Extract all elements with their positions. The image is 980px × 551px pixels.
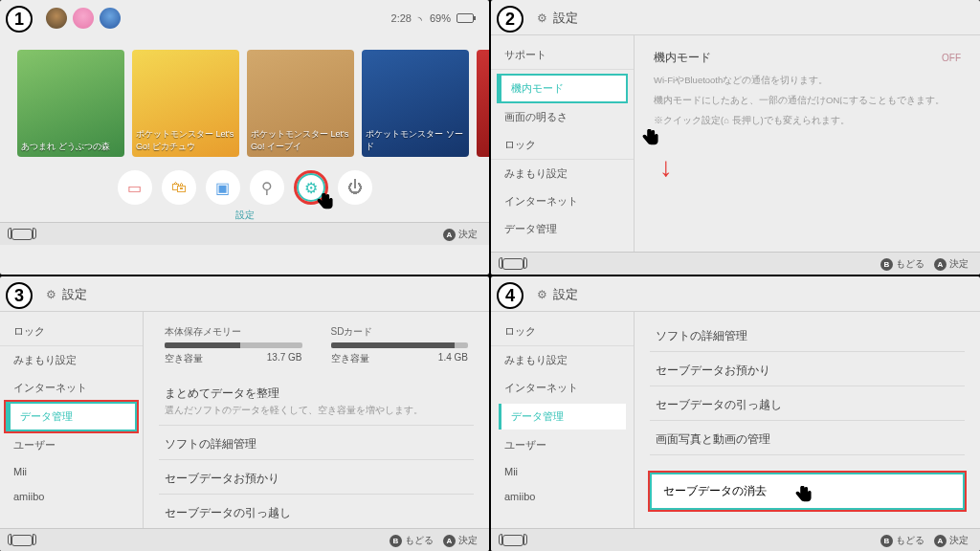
hand-cursor-icon xyxy=(793,484,814,505)
sidebar-item-parental[interactable]: みまもり設定 xyxy=(0,346,143,374)
settings-sidebar: ロック みまもり設定 インターネット データ管理 ユーザー Mii amiibo xyxy=(491,312,635,528)
panel-3-data-mgmt: 3 ⚙ 設定 ロック みまもり設定 インターネット データ管理 ユーザー Mii… xyxy=(0,276,489,551)
sidebar-item-user[interactable]: ユーザー xyxy=(0,431,143,459)
game-tile[interactable]: あつまれ どうぶつの森 xyxy=(17,50,124,157)
wifi-icon: ⌢ xyxy=(414,11,427,24)
sidebar-item-lock[interactable]: ロック xyxy=(491,131,634,160)
sd-storage: SDカード 空き容量1.4 GB xyxy=(331,325,469,365)
user-avatar-1[interactable] xyxy=(46,8,67,29)
page-title: 設定 xyxy=(62,286,87,303)
settings-sidebar: ロック みまもり設定 インターネット データ管理 ユーザー Mii amiibo xyxy=(0,312,144,528)
page-title: 設定 xyxy=(553,286,578,303)
airplane-desc: 機内モードにしたあと、一部の通信だけONにすることもできます。 xyxy=(650,93,965,109)
arrow-down-icon: ↓ xyxy=(659,152,673,183)
organize-data-row[interactable]: まとめてデータを整理 選んだソフトのデータを軽くして、空き容量を増やします。 xyxy=(159,379,474,426)
panel-4-delete-save: 4 ⚙ 設定 ロック みまもり設定 インターネット データ管理 ユーザー Mii… xyxy=(491,276,980,551)
controller-icon xyxy=(11,535,33,546)
gear-icon: ⚙ xyxy=(537,11,547,25)
step-badge: 1 xyxy=(6,6,33,33)
sidebar-item-mii[interactable]: Mii xyxy=(0,459,143,484)
save-keep-row[interactable]: セーブデータお預かり xyxy=(650,356,965,386)
a-button-hint: A決定 xyxy=(443,534,478,547)
save-keep-row[interactable]: セーブデータお預かり xyxy=(159,464,474,495)
sidebar-item-airplane[interactable]: 機内モード xyxy=(499,76,626,101)
sidebar-item-data[interactable]: データ管理 xyxy=(8,404,135,430)
album-button[interactable]: ▣ xyxy=(206,170,240,205)
eshop-button[interactable]: 🛍 xyxy=(162,170,196,205)
settings-sidebar: サポート 機内モード 画面の明るさ ロック みまもり設定 インターネット データ… xyxy=(491,35,635,252)
sidebar-item-data[interactable]: データ管理 xyxy=(499,404,626,430)
controller-icon xyxy=(502,258,523,270)
game-tile[interactable]: ポケットモンスター ソード xyxy=(362,50,469,157)
hand-cursor-icon xyxy=(640,127,661,148)
battery-icon xyxy=(457,13,474,23)
panel-2-settings: 2 ⚙ 設定 サポート 機内モード 画面の明るさ ロック みまもり設定 インター… xyxy=(491,0,980,275)
game-tile[interactable]: ポケットモンスター Let's Go! イーブイ xyxy=(247,50,354,157)
sidebar-item-lock[interactable]: ロック xyxy=(0,318,143,346)
gear-icon: ⚙ xyxy=(537,288,547,301)
software-mgmt-row[interactable]: ソフトの詳細管理 xyxy=(159,430,474,460)
step-badge: 2 xyxy=(497,6,523,33)
news-button[interactable]: ▭ xyxy=(118,170,152,205)
airplane-toggle[interactable]: OFF xyxy=(942,53,961,63)
media-mgmt-row[interactable]: 画面写真と動画の管理 xyxy=(650,425,965,455)
a-button-hint: A決定 xyxy=(443,228,478,241)
save-move-row[interactable]: セーブデータの引っ越し xyxy=(650,390,965,421)
sidebar-item-data[interactable]: データ管理 xyxy=(491,215,634,243)
controllers-button[interactable]: ⚲ xyxy=(250,170,284,205)
sidebar-item-brightness[interactable]: 画面の明るさ xyxy=(491,103,634,131)
power-button[interactable]: ⏻ xyxy=(338,170,372,205)
step-badge: 4 xyxy=(497,282,523,309)
page-title: 設定 xyxy=(553,10,578,27)
save-move-row[interactable]: セーブデータの引っ越し xyxy=(159,498,474,528)
internal-storage: 本体保存メモリー 空き容量13.7 GB xyxy=(165,325,302,365)
software-mgmt-row[interactable]: ソフトの詳細管理 xyxy=(650,321,965,352)
controller-icon xyxy=(502,535,523,546)
sidebar-item-parental[interactable]: みまもり設定 xyxy=(491,346,634,374)
controller-icon xyxy=(11,229,33,240)
step-badge: 3 xyxy=(6,282,33,309)
user-avatar-2[interactable] xyxy=(73,8,94,29)
sidebar-item-lock[interactable]: ロック xyxy=(491,318,634,346)
sidebar-item-mii[interactable]: Mii xyxy=(491,459,634,484)
sidebar-item-amiibo[interactable]: amiibo xyxy=(491,484,634,509)
b-button-hint: Bもどる xyxy=(390,534,434,547)
sidebar-item-internet[interactable]: インターネット xyxy=(0,374,143,402)
b-button-hint: Bもどる xyxy=(880,257,924,271)
game-tile[interactable]: ポケットモンスター Let's Go! ピカチュウ xyxy=(132,50,239,157)
settings-button[interactable]: ⚙ xyxy=(294,170,328,205)
panel-1-home: 1 2:28 ⌢ 69% あつまれ どうぶつの森 ポケットモンスター Let's… xyxy=(0,0,489,275)
sidebar-item-user[interactable]: ユーザー xyxy=(491,431,634,459)
b-button-hint: Bもどる xyxy=(880,534,924,547)
a-button-hint: A決定 xyxy=(934,257,969,271)
a-button-hint: A決定 xyxy=(934,534,969,547)
clock: 2:28 xyxy=(391,12,412,24)
game-tile[interactable] xyxy=(477,50,489,157)
sidebar-item-support[interactable]: サポート xyxy=(491,41,634,70)
delete-save-row[interactable]: セーブデータの消去 xyxy=(650,473,965,510)
settings-label: 設定 xyxy=(0,209,489,222)
sidebar-item-internet[interactable]: インターネット xyxy=(491,374,634,402)
sidebar-item-internet[interactable]: インターネット xyxy=(491,187,634,215)
airplane-mode-title: 機内モード xyxy=(654,51,711,65)
gear-icon: ⚙ xyxy=(46,288,56,301)
airplane-desc: ※クイック設定(⌂ 長押し)でも変えられます。 xyxy=(650,113,965,129)
sidebar-item-parental[interactable]: みまもり設定 xyxy=(491,160,634,187)
airplane-desc: Wi-FiやBluetoothなどの通信を切ります。 xyxy=(650,73,965,89)
user-avatar-3[interactable] xyxy=(100,8,121,29)
battery-percent: 69% xyxy=(430,12,451,24)
sidebar-item-amiibo[interactable]: amiibo xyxy=(0,484,143,509)
